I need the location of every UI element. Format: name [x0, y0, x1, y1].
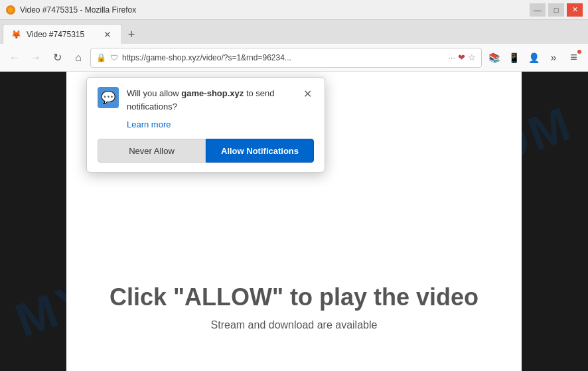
learn-more-link[interactable]: Learn more — [127, 119, 314, 129]
popup-buttons: Never Allow Allow Notifications — [98, 139, 314, 163]
minimize-button[interactable]: — — [530, 3, 546, 17]
popup-message-pre: Will you allow — [127, 88, 181, 98]
synced-tabs-button[interactable]: 📱 — [504, 48, 523, 67]
new-tab-button[interactable]: + — [122, 25, 141, 44]
maximize-button[interactable]: □ — [548, 3, 564, 17]
dark-main-text: Click "ALLOW" to play the video — [0, 283, 588, 311]
active-tab[interactable]: 🦊 Video #7475315 ✕ — [3, 24, 122, 44]
menu-button[interactable]: ≡ — [564, 48, 583, 67]
page-content: MYANTISPYWARE.COM Click "All Click "Allo… — [0, 72, 588, 371]
address-bar[interactable]: 🔒 🛡 https://game-shop.xyz/video/?s=1&rnd… — [90, 48, 482, 68]
reload-button[interactable]: ↻ — [48, 48, 66, 67]
popup-chat-icon: 💬 — [98, 87, 119, 108]
bookmark-icon[interactable]: ☆ — [468, 52, 476, 62]
never-allow-button[interactable]: Never Allow — [98, 139, 206, 163]
title-bar-left: Video #7475315 - Mozilla Firefox — [5, 5, 136, 15]
firefox-icon — [5, 5, 16, 15]
popup-header: 💬 Will you allow game-shop.xyz to send n… — [98, 87, 314, 113]
nav-right-buttons: 📚 📱 👤 » ≡ — [484, 48, 583, 67]
address-icons: ··· ❤ ☆ — [448, 52, 476, 62]
url-text: https://game-shop.xyz/video/?s=1&rnd=962… — [122, 53, 444, 62]
title-bar: Video #7475315 - Mozilla Firefox — □ ✕ — [0, 0, 588, 20]
pocket-icon[interactable]: ❤ — [458, 52, 465, 62]
more-address-icon[interactable]: ··· — [448, 52, 455, 62]
tab-bar: 🦊 Video #7475315 ✕ + — [0, 20, 588, 44]
popup-message: Will you allow game-shop.xyz to send not… — [127, 87, 293, 113]
tab-close-button[interactable]: ✕ — [102, 29, 113, 40]
tab-label: Video #7475315 — [27, 30, 84, 39]
dark-sub-text: Stream and download are available — [0, 319, 588, 331]
title-bar-controls: — □ ✕ — [530, 3, 583, 17]
tab-favicon: 🦊 — [11, 30, 21, 39]
forward-button[interactable]: → — [27, 48, 45, 67]
allow-notifications-button[interactable]: Allow Notifications — [206, 139, 314, 163]
account-button[interactable]: 👤 — [524, 48, 543, 67]
security-icon: 🔒 — [96, 53, 106, 62]
library-button[interactable]: 📚 — [484, 48, 503, 67]
nav-bar: ← → ↻ ⌂ 🔒 🛡 https://game-shop.xyz/video/… — [0, 44, 588, 72]
popup-close-button[interactable]: ✕ — [301, 87, 314, 100]
url-shield-icon: 🛡 — [110, 53, 118, 62]
home-button[interactable]: ⌂ — [69, 48, 88, 67]
dark-overlay-text: Click "ALLOW" to play the video Stream a… — [0, 283, 588, 331]
notification-popup: 💬 Will you allow game-shop.xyz to send n… — [86, 77, 325, 173]
extensions-button[interactable]: » — [544, 48, 563, 67]
close-button[interactable]: ✕ — [567, 3, 583, 17]
window-title: Video #7475315 - Mozilla Firefox — [20, 5, 136, 15]
back-button[interactable]: ← — [5, 48, 24, 67]
popup-domain: game-shop.xyz — [181, 88, 244, 98]
